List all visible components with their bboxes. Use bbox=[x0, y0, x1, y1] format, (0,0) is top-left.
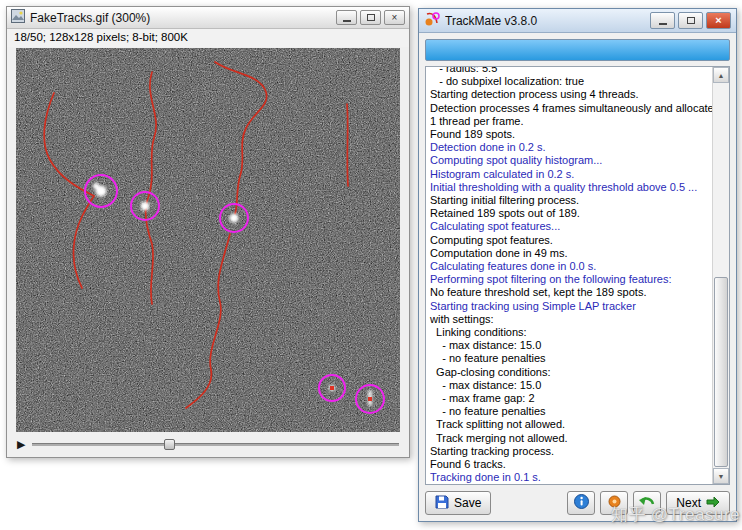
save-icon bbox=[435, 495, 449, 512]
log-line: with settings: bbox=[430, 313, 712, 326]
close-icon: × bbox=[392, 13, 398, 23]
next-button-label: Next bbox=[676, 496, 701, 510]
image-info-text: 18/50; 128x128 pixels; 8-bit; 800K bbox=[7, 29, 409, 47]
log-line: Track merging not allowed. bbox=[430, 432, 712, 445]
log-line: Tracking done in 0.1 s. bbox=[430, 471, 712, 484]
save-button-label: Save bbox=[454, 496, 481, 510]
trackmate-title: TrackMate v3.8.0 bbox=[445, 14, 650, 28]
log-line: - do subpixel localization: true bbox=[430, 75, 712, 88]
maximize-button[interactable] bbox=[678, 12, 703, 29]
trackmate-window: TrackMate v3.8.0 × - radius: 5.5 - do su… bbox=[418, 8, 737, 522]
log-line: Starting tracking using Simple LAP track… bbox=[430, 300, 712, 313]
log-line: Computation done in 49 ms. bbox=[430, 247, 712, 260]
log-line: Performing spot filtering on the followi… bbox=[430, 273, 712, 286]
scroll-up-button[interactable]: ▲ bbox=[713, 67, 729, 83]
frame-control-bar: ▶ bbox=[7, 432, 409, 456]
image-window-titlebar[interactable]: FakeTracks.gif (300%) × bbox=[7, 7, 409, 29]
log-line: Starting detection process using 4 threa… bbox=[430, 88, 712, 101]
restore-button[interactable] bbox=[360, 10, 381, 25]
minimize-icon bbox=[659, 23, 667, 25]
restore-icon bbox=[367, 14, 375, 21]
log-line: - radius: 5.5 bbox=[430, 66, 712, 75]
display-settings-button[interactable] bbox=[600, 491, 628, 515]
undo-arrow-icon bbox=[638, 495, 656, 512]
play-button[interactable]: ▶ bbox=[17, 439, 25, 450]
log-line: Retained 189 spots out of 189. bbox=[430, 207, 712, 220]
log-panel[interactable]: - radius: 5.5 - do subpixel localization… bbox=[425, 66, 730, 485]
log-line: 1 thread per frame. bbox=[430, 115, 712, 128]
maximize-icon bbox=[687, 17, 695, 24]
log-line: Detection processes 4 frames simultaneou… bbox=[430, 102, 712, 115]
minimize-button[interactable] bbox=[650, 12, 675, 29]
frame-slider-groove[interactable] bbox=[32, 443, 399, 446]
minimize-icon bbox=[343, 20, 351, 22]
close-button[interactable]: × bbox=[384, 10, 405, 25]
canvas-graphics bbox=[16, 48, 400, 432]
frame-slider-thumb[interactable] bbox=[164, 439, 175, 450]
wizard-button-row: Save bbox=[425, 490, 730, 516]
log-content: - radius: 5.5 - do subpixel localization… bbox=[426, 66, 712, 485]
log-line: - max distance: 15.0 bbox=[430, 379, 712, 392]
log-line: Starting tracking process. bbox=[430, 445, 712, 458]
log-scrollbar[interactable]: ▲ ▼ bbox=[712, 67, 729, 484]
log-line: Found 6 tracks. bbox=[430, 458, 712, 471]
log-line: Starting initial filtering process. bbox=[430, 194, 712, 207]
log-line: Calculating features done in 0.0 s. bbox=[430, 260, 712, 273]
log-line: Gap-closing conditions: bbox=[430, 366, 712, 379]
imagej-window-icon bbox=[11, 9, 25, 27]
next-arrow-icon bbox=[706, 496, 720, 511]
image-window-title: FakeTracks.gif (300%) bbox=[30, 11, 336, 25]
log-line: Found 189 spots. bbox=[430, 128, 712, 141]
log-line: Track splitting not allowed. bbox=[430, 418, 712, 431]
log-line: Initial thresholding with a quality thre… bbox=[430, 181, 712, 194]
info-button[interactable] bbox=[567, 491, 595, 515]
log-line: Computing spot quality histogram... bbox=[430, 154, 712, 167]
previous-button[interactable] bbox=[633, 491, 661, 515]
log-line: Computing spot features. bbox=[430, 234, 712, 247]
frame-slider[interactable] bbox=[32, 438, 399, 451]
trackmate-icon bbox=[424, 11, 440, 31]
close-button[interactable]: × bbox=[706, 12, 731, 29]
minimize-button[interactable] bbox=[336, 10, 357, 25]
display-icon bbox=[607, 494, 622, 512]
log-line: Linking conditions: bbox=[430, 326, 712, 339]
log-line: No feature threshold set, kept the 189 s… bbox=[430, 286, 712, 299]
log-line: Histogram calculated in 0.2 s. bbox=[430, 168, 712, 181]
scroll-down-button[interactable]: ▼ bbox=[713, 468, 729, 484]
trackmate-content: - radius: 5.5 - do subpixel localization… bbox=[419, 33, 736, 521]
log-line: - no feature penalties bbox=[430, 405, 712, 418]
trackmate-titlebar[interactable]: TrackMate v3.8.0 × bbox=[419, 9, 736, 33]
log-line: - no feature penalties bbox=[430, 352, 712, 365]
log-line: - max frame gap: 2 bbox=[430, 392, 712, 405]
log-line: Calculating spot features... bbox=[430, 220, 712, 233]
info-icon bbox=[574, 494, 589, 512]
image-canvas[interactable] bbox=[16, 48, 400, 432]
log-line: - max distance: 15.0 bbox=[430, 339, 712, 352]
scrollbar-thumb[interactable] bbox=[714, 277, 728, 467]
imagej-image-window: FakeTracks.gif (300%) × 18/50; 128x128 p… bbox=[6, 6, 410, 458]
save-button[interactable]: Save bbox=[425, 491, 491, 515]
close-icon: × bbox=[715, 15, 721, 26]
log-line: Detection done in 0.2 s. bbox=[430, 141, 712, 154]
next-button[interactable]: Next bbox=[666, 491, 730, 515]
progress-bar bbox=[425, 39, 730, 61]
